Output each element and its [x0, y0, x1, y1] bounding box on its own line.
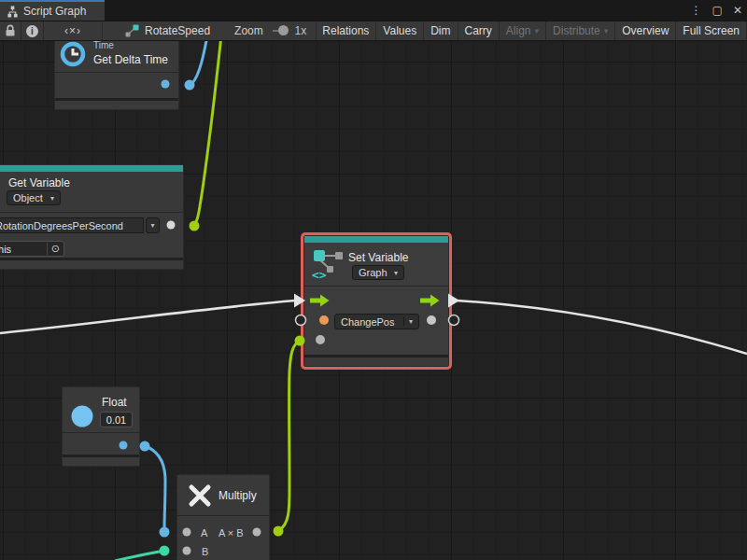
variable-wire — [194, 41, 222, 225]
maximize-icon[interactable]: ▢ — [712, 4, 723, 17]
float-circle-icon — [70, 404, 94, 428]
dim-button[interactable]: Dim — [424, 21, 458, 40]
wire-endpoint[interactable] — [185, 80, 195, 91]
zoom-slider[interactable] — [273, 30, 288, 32]
port-label-result: A × B — [218, 527, 244, 539]
align-button: Align▾ — [500, 21, 546, 40]
chevron-down-icon: ▾ — [150, 221, 154, 230]
node-get-delta-time[interactable]: Time Get Delta Time — [54, 41, 179, 110]
wire-endpoint[interactable] — [274, 526, 284, 537]
zoom-slider-thumb[interactable] — [278, 25, 289, 35]
distribute-button: Distribute▾ — [546, 21, 615, 40]
variable-scope-dropdown[interactable]: Object▾ — [7, 190, 61, 205]
flow-arrowhead-out — [448, 294, 459, 308]
close-icon[interactable]: ✕ — [733, 4, 742, 17]
zoom-label: Zoom — [234, 21, 263, 40]
node-title: Multiply — [218, 489, 257, 502]
graph-breadcrumb[interactable]: RotateSpeed — [125, 21, 210, 40]
object-picker-icon[interactable]: ⊙ — [47, 243, 63, 255]
node-title: Set Variable — [348, 251, 408, 264]
variable-scope-dropdown[interactable]: Graph▾ — [352, 265, 404, 280]
variable-name-dropdown[interactable]: ChangePos ▾ — [334, 314, 419, 329]
float-value-input[interactable]: 0.01 — [100, 412, 133, 427]
tab-script-graph[interactable]: Script Graph — [0, 0, 105, 21]
node-title: Float — [102, 396, 127, 409]
node-category: Time — [93, 41, 114, 50]
node-float[interactable]: Float 0.01 — [62, 386, 140, 467]
wire-endpoint[interactable] — [160, 527, 170, 538]
port-label-a: A — [201, 527, 207, 539]
wire-bubble — [449, 315, 459, 326]
graph-toolbar: i ‹×› RotateSpeed Zoom 1x Relations Valu… — [0, 21, 747, 41]
inspect-button[interactable]: i — [21, 21, 44, 40]
node-multiply[interactable]: Multiply A A × B B — [176, 474, 270, 560]
teal-wire — [115, 551, 164, 560]
svg-text:<>: <> — [312, 268, 327, 280]
variable-accent-bar — [0, 165, 183, 172]
target-object-field[interactable]: this ⊙ — [0, 241, 64, 257]
chevron-down-icon: ▾ — [394, 269, 398, 277]
flow-wire-out — [457, 301, 747, 354]
node-get-variable[interactable]: Get Variable Object▾ RotationDegreesPerS… — [0, 164, 184, 270]
float-to-multiply-wire — [145, 446, 165, 531]
node-set-variable[interactable]: <> Set Variable Graph▾ ChangePos ▾ — [303, 235, 449, 367]
code-brackets-icon: ‹×› — [64, 24, 81, 37]
multiply-to-setvar-wire — [278, 341, 300, 531]
script-graph-asset-icon — [125, 24, 139, 37]
delta-time-wire — [191, 41, 209, 84]
wire-endpoint[interactable] — [140, 441, 150, 452]
node-footer — [63, 455, 139, 466]
full-screen-button[interactable]: Full Screen — [676, 21, 747, 40]
carry-button[interactable]: Carry — [458, 21, 500, 40]
overview-button[interactable]: Overview — [615, 21, 676, 40]
wire-endpoint[interactable] — [160, 546, 170, 556]
graph-name: RotateSpeed — [145, 24, 210, 37]
window-menu-icon[interactable]: ⋮ — [691, 4, 702, 17]
variable-name-dropdown[interactable]: RotationDegreesPerSecond — [0, 217, 144, 233]
graph-canvas[interactable]: Time Get Delta Time Get Variable Object▾… — [0, 41, 747, 560]
node-footer — [55, 98, 178, 109]
node-title: Get Delta Time — [93, 53, 168, 66]
chevron-down-icon: ▾ — [50, 194, 54, 203]
clock-icon — [59, 41, 87, 68]
values-button[interactable]: Values — [376, 21, 424, 40]
relations-button[interactable]: Relations — [316, 21, 376, 40]
graph-icon — [7, 6, 19, 18]
variable-accent-bar — [304, 236, 448, 243]
lock-icon — [5, 24, 16, 37]
variable-name-caret-button[interactable]: ▾ — [146, 217, 160, 233]
chevron-down-icon: ▾ — [604, 26, 609, 35]
port-label-b: B — [202, 546, 208, 557]
tab-bar: Script Graph ⋮ ▢ ✕ — [0, 0, 747, 21]
script-graph-window: Script Graph ⋮ ▢ ✕ i ‹×› Rotate — [0, 0, 747, 560]
set-variable-icon: <> — [312, 248, 345, 280]
node-footer — [304, 355, 448, 366]
multiply-icon — [186, 482, 214, 510]
edit-source-button[interactable]: ‹×› — [44, 21, 103, 40]
info-icon: i — [26, 25, 38, 37]
zoom-value: 1x — [294, 21, 306, 40]
tab-title: Script Graph — [23, 5, 86, 18]
node-title: Get Variable — [8, 176, 70, 189]
graph-grid: Time Get Delta Time Get Variable Object▾… — [0, 41, 747, 560]
chevron-down-icon: ▾ — [535, 26, 540, 35]
flow-wire-in — [0, 301, 295, 333]
wire-endpoint[interactable] — [190, 221, 200, 231]
node-footer — [0, 258, 183, 269]
lock-button[interactable] — [0, 21, 21, 40]
chevron-down-icon: ▾ — [403, 317, 413, 326]
